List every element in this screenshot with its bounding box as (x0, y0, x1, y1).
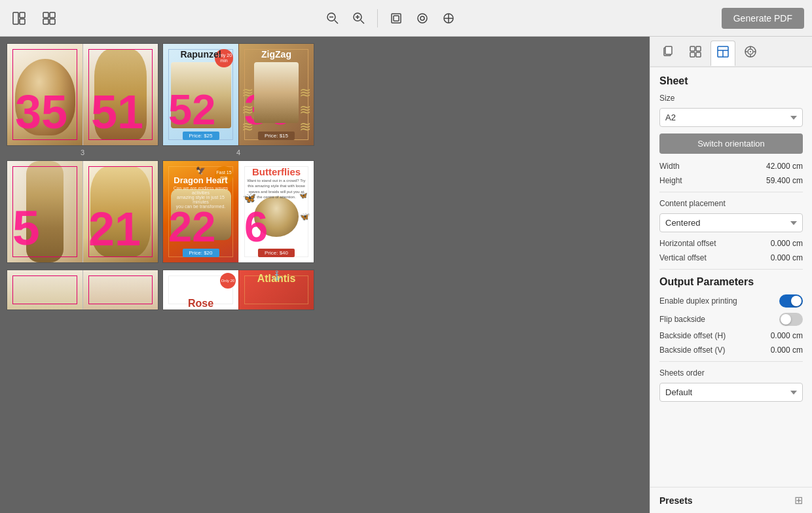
size-label: Size (659, 94, 674, 103)
svg-point-16 (418, 14, 427, 23)
sheets-order-select[interactable]: Default Reversed Custom (659, 383, 803, 402)
sheets-order-row: Sheets order (659, 368, 803, 378)
vertical-offset-label: Vertical offset (659, 253, 707, 262)
main-content: 35 51 3 (0, 37, 812, 513)
page-6[interactable]: Butterflies Want to stand out in a crowd… (238, 161, 314, 262)
page-group-5-21: 5 21 (7, 160, 158, 266)
svg-rect-26 (696, 52, 701, 57)
tab-grid[interactable] (683, 41, 708, 66)
page-atlantis[interactable]: Atlantis ⚓ (238, 270, 314, 310)
layout1-button[interactable] (8, 9, 30, 28)
height-label: Height (659, 176, 682, 185)
page-row-3: Rose Only 20 Atlantis ⚓ (7, 270, 643, 310)
page-row-1: 35 51 3 (7, 43, 643, 156)
toolbar-center (60, 9, 722, 27)
width-value: 42.000 cm (766, 162, 803, 171)
spread-3[interactable]: 35 51 (7, 43, 158, 146)
enable-duplex-row: Enable duplex printing (659, 294, 803, 308)
canvas-area[interactable]: 35 51 3 (0, 37, 650, 513)
enable-duplex-toggle[interactable] (779, 294, 803, 308)
presets-row: Presets ⊞ (650, 487, 812, 513)
page-num-21: 21 (88, 205, 141, 253)
svg-rect-4 (50, 12, 55, 18)
page-label-4: 4 (236, 149, 240, 156)
spread-row3-right[interactable]: Rose Only 20 Atlantis ⚓ (162, 270, 314, 310)
backside-offset-v-row: Backside offset (V) 0.000 cm (659, 345, 803, 355)
zoom-in-button[interactable] (348, 9, 369, 27)
badge-only20-rose: Only 20 (220, 273, 236, 289)
page-21[interactable]: 21 (83, 161, 158, 262)
page-35[interactable]: 35 (7, 44, 83, 145)
backside-offset-v-label: Backside offset (V) (659, 345, 726, 355)
svg-rect-23 (690, 46, 695, 51)
page-group-3: 35 51 3 (7, 43, 158, 156)
flip-backside-toggle[interactable] (779, 313, 803, 326)
backside-offset-v-value: 0.000 cm (771, 345, 803, 355)
svg-rect-15 (394, 16, 399, 21)
generate-pdf-button[interactable]: Generate PDF (722, 8, 804, 29)
height-row: Height 59.400 cm (659, 176, 803, 185)
spread-row3-left[interactable] (7, 270, 158, 310)
page-num-6: 6 (244, 205, 268, 248)
page-22[interactable]: Fast 15 min 🦅 Dragon Heart Can we are en… (163, 161, 238, 262)
page-36[interactable]: ZigZag ≋≋≋ ≋≋≋ Price: $15 36 (238, 44, 314, 145)
enable-duplex-label: Enable duplex printing (659, 296, 737, 306)
flip-backside-label: Flip backside (659, 315, 705, 324)
width-row: Width 42.000 cm (659, 162, 803, 171)
spread-4[interactable]: Only 20 min Rapunzel Price: $25 52 ZigZa… (162, 43, 314, 146)
horizontal-offset-value: 0.000 cm (771, 239, 803, 248)
presets-grid-icon[interactable]: ⊞ (794, 494, 803, 506)
sheets-order-label: Sheets order (659, 368, 705, 378)
page-row3-2[interactable] (83, 270, 158, 310)
flip-backside-row: Flip backside (659, 313, 803, 326)
vertical-offset-value: 0.000 cm (771, 253, 803, 262)
tab-target[interactable] (738, 41, 763, 66)
page-51[interactable]: 51 (83, 44, 158, 145)
page-num-35: 35 (15, 88, 67, 135)
size-select[interactable]: A2 A3 A4 Letter (659, 108, 803, 127)
svg-point-17 (420, 16, 424, 20)
tab-copy[interactable] (655, 41, 680, 66)
spread-22-6[interactable]: Fast 15 min 🦅 Dragon Heart Can we are en… (162, 160, 314, 263)
svg-line-9 (335, 20, 338, 24)
svg-line-13 (361, 20, 364, 24)
svg-point-32 (750, 51, 751, 52)
toolbar-divider (377, 9, 378, 27)
switch-orientation-button[interactable]: Switch orientation (659, 133, 803, 154)
page-group-4: Only 20 min Rapunzel Price: $25 52 ZigZa… (162, 43, 314, 156)
page-group-22-6: Fast 15 min 🦅 Dragon Heart Can we are en… (162, 160, 314, 266)
width-label: Width (659, 162, 680, 171)
content-placement-select[interactable]: Centered Top Left Top Right Bottom Left (659, 213, 803, 232)
fit-width-button[interactable] (412, 9, 433, 27)
page-row3-1[interactable] (7, 270, 83, 310)
page-num-22: 22 (168, 205, 215, 248)
page-group-row3-left (7, 270, 158, 310)
backside-offset-h-row: Backside offset (H) 0.000 cm (659, 331, 803, 340)
zoom-out-button[interactable] (322, 9, 343, 27)
svg-rect-3 (43, 12, 48, 18)
top-bar: Generate PDF (0, 0, 812, 37)
spread-5-21[interactable]: 5 21 (7, 160, 158, 263)
svg-rect-0 (13, 12, 18, 24)
right-panel: Sheet Size A2 A3 A4 Letter Switch orient… (650, 37, 812, 513)
output-params-title: Output Parameters (659, 276, 803, 288)
horizontal-offset-label: Horizontal offset (659, 239, 716, 248)
fit-page-button[interactable] (386, 9, 407, 27)
svg-rect-22 (665, 46, 672, 54)
layout2-button[interactable] (38, 9, 60, 28)
page-label-3: 3 (81, 149, 84, 156)
actual-size-button[interactable] (438, 9, 459, 27)
vertical-offset-row: Vertical offset 0.000 cm (659, 253, 803, 262)
svg-rect-25 (690, 52, 695, 57)
page-num-51: 51 (91, 88, 143, 135)
svg-rect-6 (50, 19, 55, 24)
panel-tabs (650, 37, 812, 67)
panel-body: Sheet Size A2 A3 A4 Letter Switch orient… (650, 67, 812, 487)
svg-rect-24 (696, 46, 701, 51)
content-placement-label: Content placement (659, 199, 726, 208)
page-52[interactable]: Only 20 min Rapunzel Price: $25 52 (163, 44, 238, 145)
page-5[interactable]: 5 (7, 161, 83, 262)
tab-layout[interactable] (710, 41, 735, 66)
page-row-2: 5 21 Fast (7, 160, 643, 266)
page-rose[interactable]: Rose Only 20 (163, 270, 238, 310)
